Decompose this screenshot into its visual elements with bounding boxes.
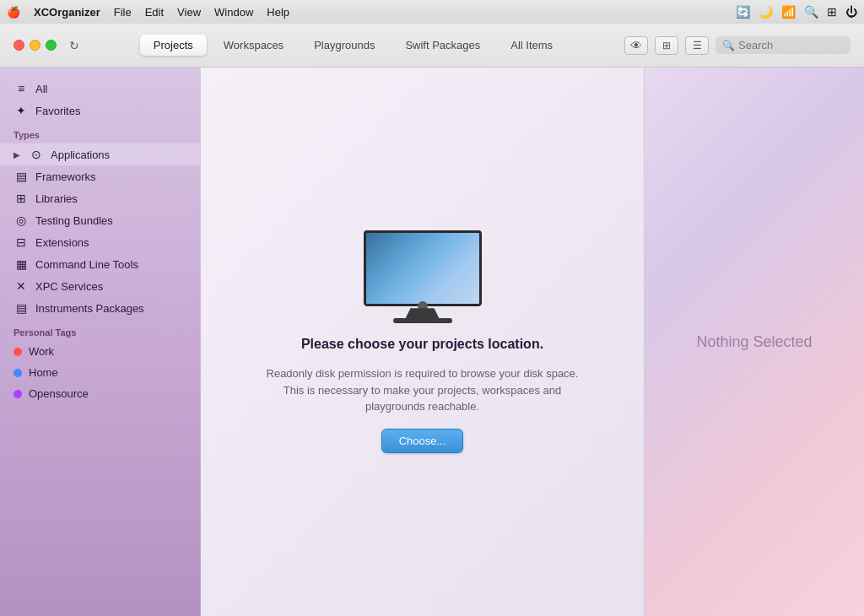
view-grid-button[interactable]: ⊞	[655, 36, 678, 55]
tab-swift-packages[interactable]: Swift Packages	[392, 35, 494, 56]
work-tag-dot	[14, 348, 22, 356]
sidebar-xpc-services-label: XPC Services	[35, 280, 103, 293]
search-input[interactable]	[738, 39, 840, 51]
sidebar-item-applications[interactable]: ▶ ⊙ Applications	[0, 143, 200, 165]
tab-bar: Projects Workspaces Playgrounds Swift Pa…	[92, 35, 614, 56]
sidebar-item-home[interactable]: Home	[0, 362, 200, 383]
sidebar-item-opensource[interactable]: Opensource	[0, 383, 200, 404]
right-pane: Nothing Selected	[645, 68, 864, 616]
all-icon: ≡	[14, 82, 29, 95]
extensions-icon: ⊟	[14, 235, 29, 249]
menu-icon-5[interactable]: ⊞	[827, 5, 837, 19]
sidebar-opensource-label: Opensource	[29, 387, 89, 400]
menu-icon-3[interactable]: 📶	[781, 5, 796, 19]
sidebar-all-label: All	[35, 83, 47, 95]
tab-playgrounds[interactable]: Playgrounds	[300, 35, 388, 56]
empty-state-title: Please choose your projects location.	[301, 337, 543, 352]
sidebar-item-instruments-packages[interactable]: ▤ Instruments Packages	[0, 297, 200, 319]
app-name[interactable]: XCOrganizer	[34, 6, 100, 19]
monitor-stand	[406, 308, 440, 318]
testing-bundles-icon: ◎	[14, 213, 29, 227]
sidebar-favorites-label: Favorites	[35, 105, 80, 117]
menu-items: File Edit View Window Help	[114, 6, 289, 19]
sidebar-item-extensions[interactable]: ⊟ Extensions	[0, 231, 200, 253]
menu-view[interactable]: View	[177, 6, 201, 19]
menu-file[interactable]: File	[114, 6, 132, 19]
eye-button[interactable]: 👁	[624, 36, 648, 55]
refresh-button[interactable]: ↻	[67, 38, 82, 53]
chevron-icon: ▶	[14, 150, 20, 159]
apple-menu[interactable]: 🍎	[7, 6, 20, 19]
menu-help[interactable]: Help	[267, 6, 289, 19]
monitor-illustration	[359, 230, 486, 323]
empty-state-description: Readonly disk permission is required to …	[254, 365, 591, 415]
minimize-button[interactable]	[30, 40, 40, 51]
menu-icon-1[interactable]: 🔄	[736, 5, 750, 19]
main-content: ≡ All ✦ Favorites Types ▶ ⊙ Applications…	[0, 68, 864, 616]
menu-icon-6[interactable]: ⏻	[845, 5, 857, 19]
sidebar-item-libraries[interactable]: ⊞ Libraries	[0, 187, 200, 209]
sidebar-home-label: Home	[29, 366, 58, 379]
choose-button[interactable]: Choose...	[381, 429, 464, 453]
personal-tags-section-label: Personal Tags	[0, 319, 200, 341]
sidebar-applications-label: Applications	[51, 149, 110, 161]
sidebar-libraries-label: Libraries	[35, 192, 78, 205]
instruments-packages-icon: ▤	[14, 301, 29, 315]
monitor-base	[393, 318, 452, 323]
sidebar-work-label: Work	[29, 345, 54, 358]
sidebar-testing-bundles-label: Testing Bundles	[35, 214, 113, 227]
maximize-button[interactable]	[46, 40, 57, 51]
title-bar-right: 👁 ⊞ ☰ 🔍	[624, 36, 850, 55]
sidebar-item-command-line-tools[interactable]: ▦ Command Line Tools	[0, 253, 200, 275]
sidebar-item-work[interactable]: Work	[0, 341, 200, 362]
frameworks-icon: ▤	[14, 170, 29, 183]
command-line-tools-icon: ▦	[14, 257, 29, 271]
title-bar: ↻ Projects Workspaces Playgrounds Swift …	[0, 24, 864, 68]
close-button[interactable]	[14, 40, 24, 51]
search-bar[interactable]: 🔍	[716, 36, 850, 54]
sidebar-item-testing-bundles[interactable]: ◎ Testing Bundles	[0, 209, 200, 231]
monitor-screen	[364, 230, 482, 306]
sidebar-frameworks-label: Frameworks	[35, 170, 96, 183]
sidebar-item-xpc-services[interactable]: ✕ XPC Services	[0, 275, 200, 297]
view-list-button[interactable]: ☰	[685, 36, 709, 55]
xpc-services-icon: ✕	[14, 279, 29, 293]
tab-all-items[interactable]: All Items	[497, 35, 566, 56]
menu-bar-right: 🔄 🌙 📶 🔍 ⊞ ⏻	[736, 5, 857, 19]
sidebar-item-frameworks[interactable]: ▤ Frameworks	[0, 165, 200, 187]
menu-bar: 🍎 XCOrganizer File Edit View Window Help…	[0, 0, 864, 24]
traffic-lights	[14, 40, 57, 51]
main-window: ↻ Projects Workspaces Playgrounds Swift …	[0, 24, 864, 616]
menu-icon-2[interactable]: 🌙	[759, 5, 773, 19]
center-pane: Please choose your projects location. Re…	[201, 68, 645, 616]
empty-state: Please choose your projects location. Re…	[254, 230, 591, 453]
libraries-icon: ⊞	[14, 192, 29, 205]
types-section-label: Types	[0, 122, 200, 143]
search-icon: 🔍	[722, 40, 735, 51]
opensource-tag-dot	[14, 390, 22, 398]
sidebar-item-all[interactable]: ≡ All	[0, 78, 200, 100]
sidebar-extensions-label: Extensions	[35, 236, 89, 249]
favorites-icon: ✦	[14, 104, 29, 117]
sidebar-item-favorites[interactable]: ✦ Favorites	[0, 100, 200, 122]
home-tag-dot	[14, 369, 22, 377]
nothing-selected-label: Nothing Selected	[696, 333, 812, 351]
applications-icon: ⊙	[29, 148, 44, 161]
menu-edit[interactable]: Edit	[145, 6, 164, 19]
tab-projects[interactable]: Projects	[140, 35, 207, 56]
sidebar-command-line-tools-label: Command Line Tools	[35, 258, 138, 271]
sidebar-instruments-packages-label: Instruments Packages	[35, 302, 144, 315]
sidebar: ≡ All ✦ Favorites Types ▶ ⊙ Applications…	[0, 68, 201, 616]
menu-icon-4[interactable]: 🔍	[804, 5, 818, 19]
menu-window[interactable]: Window	[214, 6, 253, 19]
tab-workspaces[interactable]: Workspaces	[210, 35, 297, 56]
